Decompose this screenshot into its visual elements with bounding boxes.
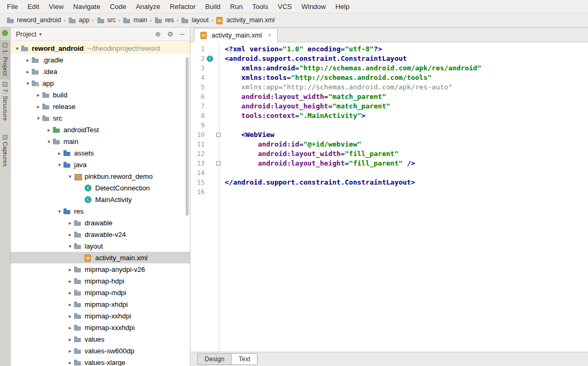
breadcrumb-main[interactable]: main: [122, 15, 148, 25]
gutter: [205, 73, 220, 83]
tree-item-mipmap-hdpi[interactable]: ▸mipmap-hdpi: [11, 275, 190, 287]
chevron-down-icon[interactable]: ▾: [39, 31, 42, 37]
tree-item-activity-main-xml[interactable]: </>activity_main.xml: [11, 252, 190, 263]
expand-arrow[interactable]: ▸: [67, 267, 74, 272]
code-editor[interactable]: 1<?xml version="1.0" encoding="utf-8"?>2…: [190, 42, 588, 352]
menu-build[interactable]: Build: [200, 1, 225, 12]
breadcrumb-res[interactable]: res: [153, 15, 175, 25]
tree-item-label: mipmap-xxhdpi: [85, 312, 131, 320]
breadcrumb-layout[interactable]: layout: [180, 15, 209, 25]
gutter: [205, 63, 220, 73]
menu-view[interactable]: View: [44, 1, 68, 12]
close-tab-icon[interactable]: ×: [268, 31, 272, 39]
expand-arrow[interactable]: ▸: [24, 69, 31, 75]
line-number: 7: [190, 102, 205, 111]
tree-item-drawable-v24[interactable]: ▸drawable-v24: [11, 228, 190, 240]
expand-arrow[interactable]: ▸: [67, 232, 74, 237]
tree-item-detectconnection[interactable]: cDetectConnection: [11, 182, 190, 194]
expand-arrow[interactable]: ▸: [67, 325, 74, 331]
expand-arrow[interactable]: ▸: [67, 220, 74, 226]
menu-vcs[interactable]: VCS: [273, 1, 297, 12]
tree-item-mipmap-xhdpi[interactable]: ▸mipmap-xhdpi: [11, 298, 190, 310]
menu-help[interactable]: Help: [330, 1, 354, 12]
tree-item-values-sw600dp[interactable]: ▸values-sw600dp: [11, 345, 190, 356]
expand-arrow[interactable]: ▾: [45, 139, 52, 144]
tree-item-layout[interactable]: ▾layout: [11, 240, 190, 252]
tree-item-release[interactable]: ▸release: [11, 100, 190, 112]
expand-arrow[interactable]: ▾: [56, 162, 63, 168]
tab-text[interactable]: Text: [232, 353, 258, 365]
menu-window[interactable]: Window: [297, 1, 330, 12]
expand-arrow[interactable]: ▾: [35, 115, 42, 121]
code-text: <?xml version="1.0" encoding="utf-8"?>: [220, 44, 382, 54]
tree-item-gradle[interactable]: ▸.gradle: [11, 54, 190, 66]
expand-arrow[interactable]: ▾: [56, 208, 63, 214]
tool-button-1-project[interactable]: 1: Project: [0, 40, 11, 79]
tree-item-mipmap-anydpi-v26[interactable]: ▸mipmap-anydpi-v26: [11, 263, 190, 275]
breadcrumb-app[interactable]: app: [67, 15, 90, 25]
tree-item-main[interactable]: ▾main: [11, 135, 190, 147]
fold-icon[interactable]: [216, 133, 221, 137]
editor-tab-activity-main-xml[interactable]: </> activity_main.xml ×: [194, 28, 278, 42]
tree-item-app[interactable]: ▾app: [11, 77, 190, 89]
expand-arrow[interactable]: ▸: [67, 348, 74, 354]
tab-design[interactable]: Design: [197, 353, 232, 365]
fold-icon[interactable]: [216, 161, 221, 166]
expand-arrow[interactable]: ▾: [67, 243, 74, 249]
code-text: [220, 187, 225, 197]
menu-code[interactable]: Code: [105, 1, 131, 12]
expand-arrow[interactable]: ▸: [24, 57, 31, 63]
tree-item-label: MainActivity: [95, 196, 132, 204]
tree-item-mipmap-mdpi[interactable]: ▸mipmap-mdpi: [11, 287, 190, 298]
expand-arrow[interactable]: ▸: [35, 92, 42, 98]
breadcrumb-activity-main-xml[interactable]: </>activity_main.xml: [215, 16, 275, 25]
tree-item-reword-android[interactable]: ▾reword_android~/theodinproject/reword: [11, 42, 190, 54]
tree-item-values[interactable]: ▸values: [11, 333, 190, 345]
tree-item-idea[interactable]: ▸.idea: [11, 66, 190, 77]
menu-run[interactable]: Run: [225, 1, 247, 12]
menu-edit[interactable]: Edit: [23, 1, 44, 12]
breadcrumb-reword-android[interactable]: reword_android: [5, 15, 62, 25]
expand-arrow[interactable]: ▾: [14, 45, 21, 51]
hide-icon[interactable]: ─: [180, 30, 185, 38]
expand-arrow[interactable]: ▸: [45, 127, 52, 133]
code-text: android:layout_width="match_parent": [220, 92, 386, 102]
tree-item-drawable[interactable]: ▸drawable: [11, 217, 190, 228]
tree-item-values-xlarge[interactable]: ▸values-xlarge: [11, 356, 190, 366]
expand-arrow[interactable]: ▾: [67, 173, 74, 179]
settings-gear-icon[interactable]: ⚙: [167, 30, 173, 38]
tree-item-src[interactable]: ▾src: [11, 112, 190, 124]
menu-navigate[interactable]: Navigate: [68, 1, 105, 12]
menu-tools[interactable]: Tools: [247, 1, 273, 12]
tree-item-label: values: [85, 335, 105, 343]
expand-arrow[interactable]: ▸: [67, 278, 74, 284]
tree-item-mipmap-xxhdpi[interactable]: ▸mipmap-xxhdpi: [11, 310, 190, 322]
expand-arrow[interactable]: ▸: [56, 150, 63, 156]
tree-item-pinkbun-reword-demo[interactable]: ▾pinkbun.reword_demo: [11, 170, 190, 182]
menu-refactor[interactable]: Refactor: [165, 1, 200, 12]
expand-arrow[interactable]: ▸: [67, 313, 74, 319]
tree-item-mipmap-xxxhdpi[interactable]: ▸mipmap-xxxhdpi: [11, 322, 190, 333]
project-scrollbar[interactable]: [186, 57, 189, 216]
tree-item-build[interactable]: ▸build: [11, 89, 190, 100]
expand-arrow[interactable]: ▸: [67, 301, 74, 307]
tree-item-java[interactable]: ▾java: [11, 159, 190, 170]
class-gutter-icon[interactable]: c: [207, 56, 213, 62]
tool-button-captures[interactable]: Captures: [0, 132, 11, 170]
tool-button-7-structure[interactable]: 7: Structure: [0, 79, 11, 124]
expand-arrow[interactable]: ▸: [67, 336, 74, 342]
class-icon: c: [85, 185, 91, 191]
tree-item-assets[interactable]: ▸assets: [11, 147, 190, 159]
breadcrumb-separator: ›: [92, 17, 94, 23]
expand-arrow[interactable]: ▾: [24, 80, 31, 86]
breadcrumb-src[interactable]: src: [96, 15, 117, 25]
menu-file[interactable]: File: [2, 1, 23, 12]
menu-analyze[interactable]: Analyze: [131, 1, 165, 12]
expand-arrow[interactable]: ▸: [67, 360, 74, 365]
tree-item-res[interactable]: ▾res: [11, 205, 190, 217]
locate-icon[interactable]: ⊕: [155, 30, 161, 38]
tree-item-mainactivity[interactable]: cMainActivity: [11, 194, 190, 205]
expand-arrow[interactable]: ▸: [35, 104, 42, 109]
expand-arrow[interactable]: ▸: [67, 290, 74, 296]
tree-item-androidtest[interactable]: ▸androidTest: [11, 124, 190, 135]
